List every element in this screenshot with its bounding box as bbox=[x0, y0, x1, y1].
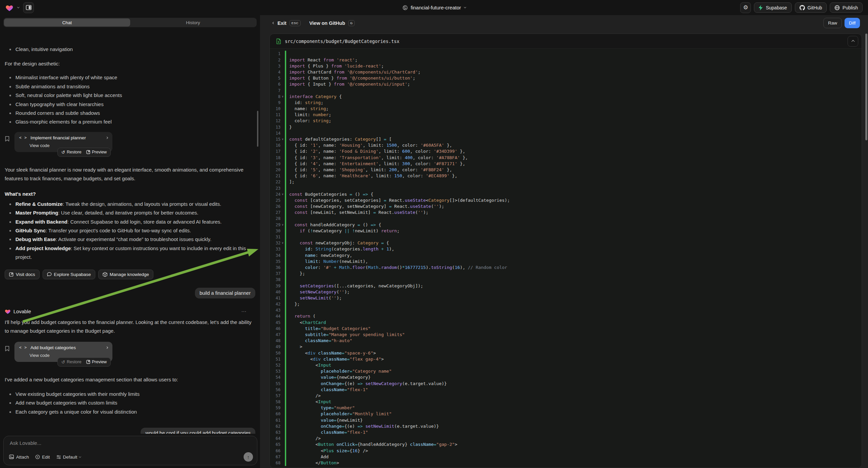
code-line: 2import React from 'react'; bbox=[270, 57, 862, 63]
code-lines[interactable]: 12import React from 'react';3import { Pl… bbox=[270, 49, 862, 468]
chevron-right-icon bbox=[106, 137, 108, 139]
esc-key-badge: ESC bbox=[289, 20, 301, 26]
code-line: 35 limit: Number(newLimit), bbox=[270, 259, 862, 265]
code-line: 57 /> bbox=[270, 393, 862, 399]
code-line: 51 <div className="flex gap-4"> bbox=[270, 356, 862, 362]
settings-button[interactable]: ⚙ bbox=[740, 2, 751, 13]
github-button[interactable]: GitHub bbox=[795, 2, 827, 13]
code-line: 20 { id: '5', name: 'Shopping', limit: 2… bbox=[270, 167, 862, 173]
window-scrollbar[interactable] bbox=[865, 34, 867, 140]
logo-chevron-down-icon[interactable] bbox=[17, 6, 20, 8]
assistant-paragraph: Your sleek financial planner is now read… bbox=[5, 166, 255, 183]
assistant-name: Lovable bbox=[13, 309, 31, 314]
assistant-paragraph: I've added a new budget categories manag… bbox=[5, 375, 255, 384]
mode-selector[interactable]: Default bbox=[56, 455, 81, 460]
code-line: 45 <ChartCard bbox=[270, 320, 862, 326]
code-line: 13} bbox=[270, 124, 862, 130]
project-name: financial-future-creator bbox=[411, 5, 461, 10]
view-on-github-button[interactable]: View on GitHub G bbox=[309, 20, 355, 26]
external-link-icon bbox=[9, 272, 13, 276]
edit-card-add-budget-categories[interactable]: < > Add budget categories View code ↺Res… bbox=[14, 342, 113, 362]
whats-next-heading: What's next? bbox=[5, 190, 255, 198]
code-line: 16 { id: '1', name: 'Housing', limit: 15… bbox=[270, 142, 862, 148]
code-line: 11 limit: number; bbox=[270, 112, 862, 118]
chat-history-tabs: Chat History bbox=[3, 18, 257, 27]
code-line: 50 <div className="space-y-6"> bbox=[270, 350, 862, 356]
sliders-icon bbox=[56, 455, 61, 459]
gear-icon: ⚙ bbox=[743, 4, 748, 11]
restore-button[interactable]: ↺Restore bbox=[61, 359, 82, 364]
bookmark-icon[interactable] bbox=[5, 346, 10, 351]
tab-history[interactable]: History bbox=[130, 19, 256, 27]
code-viewer-panel: Exit ESC View on GitHub G Raw Diff src/c… bbox=[260, 15, 868, 468]
lovable-avatar bbox=[5, 309, 11, 314]
code-line: 30 if (!newCategory || !newLimit) return… bbox=[270, 228, 862, 234]
project-switcher[interactable]: financial-future-creator bbox=[402, 0, 466, 15]
list-item: Subtle animations and transitions bbox=[5, 82, 255, 91]
arrow-up-icon: ↑ bbox=[247, 454, 250, 460]
code-line: 27 const [newLimit, setNewLimit] = React… bbox=[270, 209, 862, 215]
message-menu-button[interactable]: ⋯ bbox=[241, 309, 247, 315]
edit-card-title: Implement financial planner bbox=[31, 135, 103, 140]
edit-mode-button[interactable]: Edit bbox=[35, 455, 50, 460]
code-line: 26 const [newCategory, setNewCategory] =… bbox=[270, 203, 862, 209]
code-line: 40 setNewCategory(''); bbox=[270, 289, 862, 295]
user-message: build a financial planner bbox=[195, 288, 255, 298]
explore-supabase-button[interactable]: Explore Supabase bbox=[42, 270, 95, 279]
chevron-down-icon bbox=[79, 455, 81, 458]
list-item: Debug with Ease: Activate our experiment… bbox=[5, 235, 255, 244]
chat-scrollbar[interactable] bbox=[257, 111, 258, 147]
assistant-paragraph: I'll help you add budget categories to t… bbox=[5, 318, 255, 335]
toggle-panel-button[interactable] bbox=[23, 2, 34, 13]
code-line: 29∨ const handleAddCategory = () => { bbox=[270, 222, 862, 228]
lovable-heart-logo[interactable] bbox=[5, 4, 13, 11]
manage-knowledge-button[interactable]: Manage knowledge bbox=[98, 270, 153, 279]
code-line: 1 bbox=[270, 51, 862, 57]
list-item: Soft, neutral color palette with light b… bbox=[5, 91, 255, 100]
tab-chat[interactable]: Chat bbox=[4, 19, 130, 27]
code-line: 55 onChange={(e) => setNewCategory(e.tar… bbox=[270, 381, 862, 387]
design-heading: For the design aesthetic: bbox=[5, 59, 255, 68]
list-item: Clean typography with clear hierarchies bbox=[5, 100, 255, 109]
file-path: src/components/budget/BudgetCategories.t… bbox=[285, 39, 844, 44]
code-line: 58 <Input bbox=[270, 399, 862, 405]
code-line: 41 setNewLimit(''); bbox=[270, 295, 862, 301]
code-line: 47 subtitle="Manage your spending limits… bbox=[270, 332, 862, 338]
code-line: 4import ChartCard from '@/components/ui/… bbox=[270, 69, 862, 75]
publish-button[interactable]: Publish bbox=[830, 2, 863, 13]
chat-message-list[interactable]: Clean, intuitive navigation For the desi… bbox=[0, 42, 260, 434]
exit-button[interactable]: Exit ESC bbox=[273, 20, 301, 26]
list-item: Glass-morphic elements for a premium fee… bbox=[5, 117, 255, 126]
attach-button[interactable]: Attach bbox=[9, 455, 29, 460]
publish-label: Publish bbox=[842, 5, 858, 10]
project-chevron-down-icon bbox=[464, 6, 466, 8]
code-line: 10 name: string; bbox=[270, 106, 862, 112]
view-on-github-label: View on GitHub bbox=[309, 21, 345, 26]
added-file-icon bbox=[276, 38, 281, 44]
visit-docs-button[interactable]: Visit docs bbox=[5, 270, 39, 279]
send-button[interactable]: ↑ bbox=[244, 452, 253, 462]
code-line: 18 { id: '3', name: 'Transportation', li… bbox=[270, 155, 862, 161]
list-item: Add new budget categories with custom li… bbox=[5, 399, 255, 407]
raw-button[interactable]: Raw bbox=[824, 18, 842, 28]
collapse-file-button[interactable] bbox=[847, 36, 858, 47]
code-viewer-header: Exit ESC View on GitHub G Raw Diff bbox=[260, 15, 868, 31]
diff-button[interactable]: Diff bbox=[844, 18, 860, 28]
code-line: 17 { id: '2', name: 'Food & Dining', lim… bbox=[270, 148, 862, 154]
code-line: 34 name: newCategory, bbox=[270, 253, 862, 259]
restore-button[interactable]: ↺Restore bbox=[61, 150, 82, 155]
code-icon: < > bbox=[19, 135, 27, 140]
edit-card-implement-financial-planner[interactable]: < > Implement financial planner View cod… bbox=[14, 132, 113, 152]
bookmark-icon[interactable] bbox=[5, 136, 10, 142]
supabase-button[interactable]: Supabase bbox=[754, 2, 792, 13]
view-code-link[interactable]: View code bbox=[30, 353, 108, 358]
preview-button[interactable]: Preview bbox=[86, 359, 107, 364]
chat-input[interactable] bbox=[10, 440, 251, 446]
code-line: 32∨ const newCategoryObj: Category = { bbox=[270, 240, 862, 246]
file-header[interactable]: src/components/budget/BudgetCategories.t… bbox=[270, 34, 862, 49]
preview-button[interactable]: Preview bbox=[86, 150, 107, 154]
code-line: 52 <Input bbox=[270, 362, 862, 368]
view-code-link[interactable]: View code bbox=[30, 143, 108, 148]
code-line: 48 className="h-auto" bbox=[270, 338, 862, 344]
code-line: 46 title="Budget Categories" bbox=[270, 326, 862, 332]
